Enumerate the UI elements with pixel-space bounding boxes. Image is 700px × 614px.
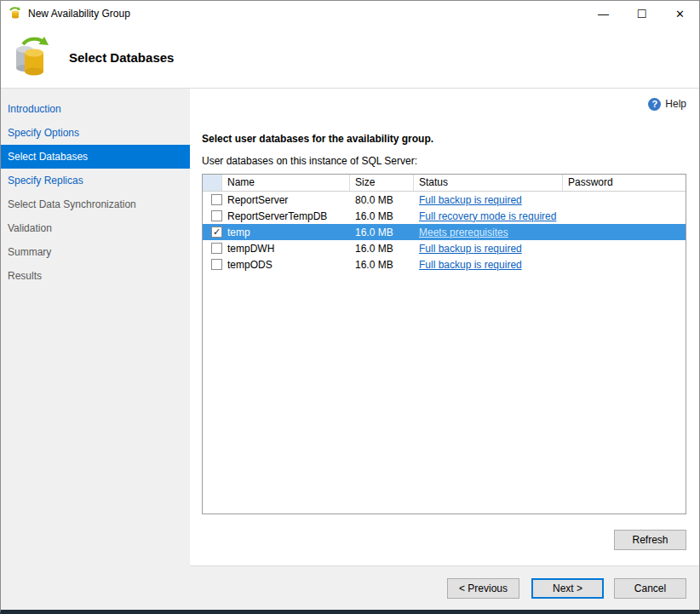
database-availability-icon xyxy=(11,36,52,79)
cancel-button[interactable]: Cancel xyxy=(614,578,686,599)
maximize-button[interactable]: ☐ xyxy=(623,1,661,26)
close-button[interactable]: ✕ xyxy=(661,1,699,26)
column-header-password[interactable]: Password xyxy=(563,175,686,191)
titlebar-left: New Availability Group xyxy=(1,6,584,22)
window-controls: — ☐ ✕ xyxy=(584,1,699,26)
status-link[interactable]: Full backup is required xyxy=(419,259,522,271)
column-header-size[interactable]: Size xyxy=(350,175,414,191)
db-name: ReportServer xyxy=(222,194,350,206)
wizard-steps-sidebar: Introduction Specify Options Select Data… xyxy=(1,89,190,610)
table-label: User databases on this instance of SQL S… xyxy=(202,155,686,167)
db-name: tempODS xyxy=(222,259,350,271)
row-checkbox[interactable] xyxy=(211,210,222,221)
row-checkbox[interactable] xyxy=(211,259,222,270)
status-link[interactable]: Full backup is required xyxy=(419,243,522,255)
row-checkbox-checked[interactable]: ✓ xyxy=(211,227,222,238)
sidebar-item-select-databases[interactable]: Select Databases xyxy=(1,145,190,169)
row-checkbox[interactable] xyxy=(211,243,222,254)
databases-table: Name Size Status Password ReportServer 8… xyxy=(202,174,686,514)
new-availability-group-window: New Availability Group — ☐ ✕ Select Data… xyxy=(0,0,700,614)
previous-button[interactable]: < Previous xyxy=(447,578,519,599)
next-button[interactable]: Next > xyxy=(531,578,604,599)
sidebar-item-specify-replicas[interactable]: Specify Replicas xyxy=(1,169,190,192)
status-link[interactable]: Full backup is required xyxy=(419,194,522,206)
main-content: ? Help Select user databases for the ava… xyxy=(190,89,699,565)
column-header-select[interactable] xyxy=(203,175,222,191)
wizard-footer: < Previous Next > Cancel xyxy=(190,565,699,610)
table-header-row: Name Size Status Password xyxy=(203,175,686,192)
sidebar-item-specify-options[interactable]: Specify Options xyxy=(1,121,190,145)
instruction-text: Select user databases for the availabili… xyxy=(202,133,686,145)
table-row-selected[interactable]: ✓ temp 16.0 MB Meets prerequisites xyxy=(203,224,686,240)
main-panel: ? Help Select user databases for the ava… xyxy=(190,89,699,610)
sidebar-item-select-data-synchronization: Select Data Synchronization xyxy=(1,192,190,216)
sidebar-item-results: Results xyxy=(1,264,190,288)
sidebar-item-validation: Validation xyxy=(1,216,190,240)
db-name: temp xyxy=(222,227,350,238)
db-size: 16.0 MB xyxy=(350,259,414,271)
column-header-name[interactable]: Name xyxy=(222,175,350,191)
page-title: Select Databases xyxy=(69,50,174,65)
sidebar-item-summary: Summary xyxy=(1,240,190,264)
minimize-button[interactable]: — xyxy=(584,1,623,26)
refresh-row: Refresh xyxy=(202,530,686,550)
status-link[interactable]: Meets prerequisites xyxy=(419,227,508,238)
refresh-button[interactable]: Refresh xyxy=(614,530,686,550)
table-row[interactable]: ReportServerTempDB 16.0 MB Full recovery… xyxy=(203,208,686,224)
help-row: ? Help xyxy=(202,95,686,112)
db-name: tempDWH xyxy=(222,243,350,255)
db-size: 80.0 MB xyxy=(350,194,414,206)
table-row[interactable]: tempDWH 16.0 MB Full backup is required xyxy=(203,240,686,256)
table-row[interactable]: ReportServer 80.0 MB Full backup is requ… xyxy=(203,192,686,208)
db-size: 16.0 MB xyxy=(350,243,414,255)
column-header-status[interactable]: Status xyxy=(414,175,563,191)
wizard-header: Select Databases xyxy=(1,26,699,89)
titlebar: New Availability Group — ☐ ✕ xyxy=(1,1,699,26)
app-icon xyxy=(8,6,21,22)
window-title: New Availability Group xyxy=(28,8,130,20)
sidebar-item-introduction[interactable]: Introduction xyxy=(1,97,190,121)
wizard-body: Introduction Specify Options Select Data… xyxy=(1,89,699,610)
db-name: ReportServerTempDB xyxy=(222,210,350,222)
db-size: 16.0 MB xyxy=(350,210,414,222)
help-icon[interactable]: ? xyxy=(648,98,661,111)
help-link[interactable]: Help xyxy=(665,98,686,110)
table-row[interactable]: tempODS 16.0 MB Full backup is required xyxy=(203,256,686,273)
row-checkbox[interactable] xyxy=(211,194,222,205)
status-link[interactable]: Full recovery mode is required xyxy=(419,210,556,222)
db-size: 16.0 MB xyxy=(350,227,414,238)
